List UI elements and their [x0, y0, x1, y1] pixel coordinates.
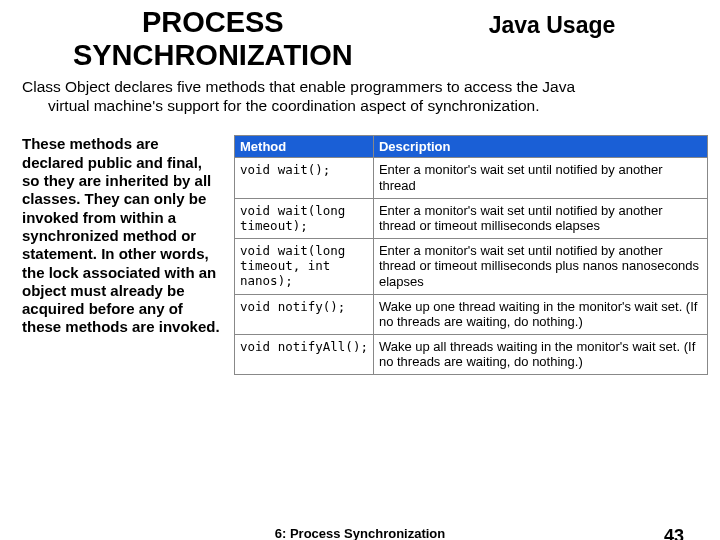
cell-method: void wait(long timeout); — [235, 198, 374, 238]
cell-desc: Wake up one thread waiting in the monito… — [373, 294, 707, 334]
page-number: 43 — [664, 526, 684, 540]
intro-line1: Class Object declares five methods that … — [22, 78, 575, 95]
col-header-method: Method — [235, 136, 374, 158]
cell-desc: Wake up all threads waiting in the monit… — [373, 334, 707, 374]
table-header-row: Method Description — [235, 136, 708, 158]
slide-subtitle: Java Usage — [424, 6, 680, 73]
table-row: void wait(); Enter a monitor's wait set … — [235, 158, 708, 198]
cell-desc: Enter a monitor's wait set until notifie… — [373, 158, 707, 198]
table-row: void wait(long timeout); Enter a monitor… — [235, 198, 708, 238]
intro-line2: virtual machine's support for the coordi… — [22, 96, 700, 115]
methods-table: Method Description void wait(); Enter a … — [234, 135, 708, 375]
cell-method: void wait(); — [235, 158, 374, 198]
methods-table-wrap: Method Description void wait(); Enter a … — [234, 135, 708, 375]
cell-desc: Enter a monitor's wait set until notifie… — [373, 198, 707, 238]
table-row: void notifyAll(); Wake up all threads wa… — [235, 334, 708, 374]
footer-chapter: 6: Process Synchronization — [275, 526, 446, 540]
cell-desc: Enter a monitor's wait set until notifie… — [373, 238, 707, 294]
side-paragraph: These methods are declared public and fi… — [22, 135, 222, 375]
slide-title: PROCESS SYNCHRONIZATION — [40, 6, 386, 73]
cell-method: void wait(long timeout, int nanos); — [235, 238, 374, 294]
intro-paragraph: Class Object declares five methods that … — [0, 73, 720, 116]
slide-header: PROCESS SYNCHRONIZATION Java Usage — [0, 0, 720, 73]
table-row: void notify(); Wake up one thread waitin… — [235, 294, 708, 334]
cell-method: void notifyAll(); — [235, 334, 374, 374]
col-header-description: Description — [373, 136, 707, 158]
table-row: void wait(long timeout, int nanos); Ente… — [235, 238, 708, 294]
cell-method: void notify(); — [235, 294, 374, 334]
content-area: These methods are declared public and fi… — [0, 115, 720, 375]
